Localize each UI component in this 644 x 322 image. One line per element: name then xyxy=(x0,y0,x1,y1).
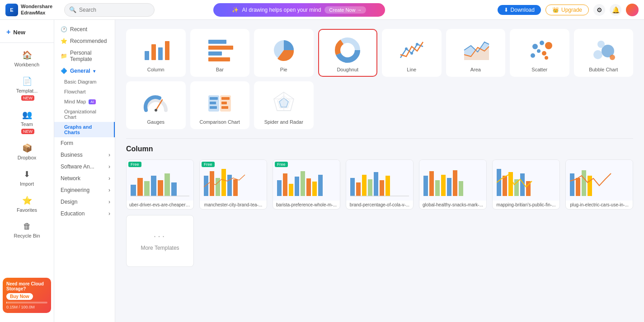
search-input[interactable] xyxy=(79,7,150,13)
topbar: E Wondershare EdrawMax 🔍 ✨ AI drawing he… xyxy=(0,0,644,20)
nav-engineering[interactable]: Engineering › xyxy=(54,184,115,196)
chart-type-line[interactable]: Line xyxy=(382,29,442,77)
svg-rect-51 xyxy=(204,176,208,196)
chart-type-doughnut[interactable]: Doughnut xyxy=(318,29,378,77)
template-title-4: brand-percentage-of-cola-v-... xyxy=(346,201,413,209)
download-icon: ⬇ xyxy=(504,7,508,13)
arrow-right-icon: › xyxy=(108,152,110,158)
nav-education[interactable]: Education › xyxy=(54,208,115,219)
ai-banner[interactable]: ✨ AI drawing helps open your mind Create… xyxy=(213,3,385,17)
area-chart-icon xyxy=(461,35,490,64)
template-card-6[interactable]: mapping-britian's-public-fin-... xyxy=(492,159,560,210)
team-icon: 👥 xyxy=(22,110,32,120)
nav-design[interactable]: Design › xyxy=(54,196,115,208)
svg-rect-30 xyxy=(210,97,218,100)
svg-rect-47 xyxy=(158,180,163,196)
spider-chart-icon xyxy=(269,88,298,117)
search-bar[interactable]: 🔍 xyxy=(64,3,155,17)
new-button[interactable]: + New xyxy=(0,24,54,40)
svg-rect-5 xyxy=(208,46,233,50)
download-button[interactable]: ⬇ Download xyxy=(498,5,541,15)
cloud-buy-btn[interactable]: Buy Now xyxy=(6,293,33,300)
logo[interactable]: E Wondershare EdrawMax xyxy=(5,4,60,16)
doughnut-chart-icon xyxy=(333,35,362,64)
nav-mind-map[interactable]: Mind Map AI xyxy=(54,97,115,107)
ai-badge: AI xyxy=(89,99,96,104)
recent-icon: 🕐 xyxy=(61,26,67,33)
cloud-storage-promo[interactable]: Need more Cloud Storage? Buy Now 0.15M /… xyxy=(3,278,51,313)
recycle-icon: 🗑 xyxy=(23,222,31,231)
more-templates-card[interactable]: ··· More Templates xyxy=(126,215,194,267)
nav-recent[interactable]: 🕐 Recent xyxy=(54,23,115,35)
free-badge-2: Free xyxy=(202,162,215,167)
nav-graphs-charts[interactable]: Graphs and Charts xyxy=(54,122,115,137)
sidebar-item-templates[interactable]: 📄 Templat... NEW xyxy=(3,73,51,104)
template-card-3[interactable]: Free barista-preference-whole-m-... xyxy=(273,159,340,210)
template-thumb-1: Free xyxy=(127,160,193,201)
sidebar-item-team[interactable]: 👥 Team NEW xyxy=(3,106,51,138)
nav-flowchart[interactable]: Flowchart xyxy=(54,87,115,97)
sidebar-item-favorites[interactable]: ⭐ Favorites xyxy=(3,192,51,216)
cloud-storage-title: Need more Cloud Storage? xyxy=(6,281,47,291)
chart-type-pie[interactable]: Pie xyxy=(254,29,314,77)
svg-rect-46 xyxy=(151,176,156,196)
chart-type-spider[interactable]: Spider and Radar xyxy=(254,81,314,129)
svg-rect-74 xyxy=(429,171,434,196)
line-chart-icon xyxy=(397,35,426,64)
general-icon: 🔷 xyxy=(61,68,67,74)
svg-rect-88 xyxy=(582,170,586,196)
svg-rect-48 xyxy=(165,173,170,196)
svg-rect-78 xyxy=(453,170,457,196)
chart-type-bar[interactable]: Bar xyxy=(190,29,250,77)
template-card-2[interactable]: Free manchester-city-brand-tea-... xyxy=(199,159,267,210)
sidebar-item-dropbox[interactable]: 📦 Dropbox xyxy=(3,140,51,164)
chart-type-area[interactable]: Area xyxy=(446,29,506,77)
sidebar-item-workbench[interactable]: 🏠 Workbench xyxy=(3,47,51,71)
nav-form[interactable]: Form xyxy=(54,137,115,149)
template-card-7[interactable]: plug-in-electric-cars-use-in-... xyxy=(565,159,633,210)
arrow-right-icon-3: › xyxy=(108,175,110,182)
logo-icon: E xyxy=(5,4,18,16)
template-card-1[interactable]: Free uber-driver-evs-are-cheaper-... xyxy=(126,159,194,210)
line-label: Line xyxy=(407,67,416,72)
settings-icon[interactable]: ⚙ xyxy=(593,4,605,16)
svg-rect-57 xyxy=(277,180,282,196)
nav-network[interactable]: Network › xyxy=(54,173,115,184)
sidebar-item-import[interactable]: ⬇ Import xyxy=(3,166,51,190)
nav-personal-template[interactable]: 📁 Personal Template xyxy=(54,47,115,65)
storage-bar xyxy=(6,302,47,303)
avatar[interactable] xyxy=(626,4,639,16)
chart-type-bubble[interactable]: Bubble Chart xyxy=(574,29,634,77)
gauges-chart-icon xyxy=(141,88,170,117)
sidebar-item-recycle[interactable]: 🗑 Recycle Bin xyxy=(3,218,51,242)
template-card-4[interactable]: brand-percentage-of-cola-v-... xyxy=(346,159,414,210)
template-title-6: mapping-britian's-public-fin-... xyxy=(493,201,559,209)
area-label: Area xyxy=(470,67,481,72)
free-badge-1: Free xyxy=(128,162,141,167)
svg-rect-54 xyxy=(221,169,226,196)
nav-org-chart[interactable]: Organizational Chart xyxy=(54,107,115,122)
notification-icon[interactable]: 🔔 xyxy=(610,4,621,16)
arrow-right-icon-4: › xyxy=(108,187,110,193)
svg-rect-75 xyxy=(435,180,440,196)
nav-software[interactable]: Software An... › xyxy=(54,161,115,173)
svg-rect-43 xyxy=(131,185,136,196)
nav-basic-diagram[interactable]: Basic Diagram xyxy=(54,77,115,87)
ai-banner-create-btn[interactable]: Create Now → xyxy=(324,6,366,14)
svg-rect-3 xyxy=(165,41,169,60)
svg-rect-63 xyxy=(312,182,317,196)
chart-type-gauges[interactable]: Gauges xyxy=(126,81,186,129)
nav-general-section[interactable]: 🔷 General ▾ xyxy=(54,65,115,77)
template-card-5[interactable]: global-healthy-snacks-mark-... xyxy=(419,159,487,210)
chart-type-comparison[interactable]: Comparison Chart xyxy=(190,81,250,129)
chart-type-column[interactable]: Column xyxy=(126,29,186,77)
svg-point-19 xyxy=(542,51,546,56)
column-section-title: Column xyxy=(126,145,633,153)
more-dots: ··· xyxy=(154,231,167,241)
chart-type-scatter[interactable]: Scatter xyxy=(510,29,569,77)
nav-recommended[interactable]: ⭐ Recommended xyxy=(54,35,115,47)
upgrade-button[interactable]: 👑 Upgrade xyxy=(545,5,589,15)
nav-business[interactable]: Business › xyxy=(54,149,115,161)
svg-rect-66 xyxy=(356,182,361,196)
dropbox-icon: 📦 xyxy=(22,143,32,153)
